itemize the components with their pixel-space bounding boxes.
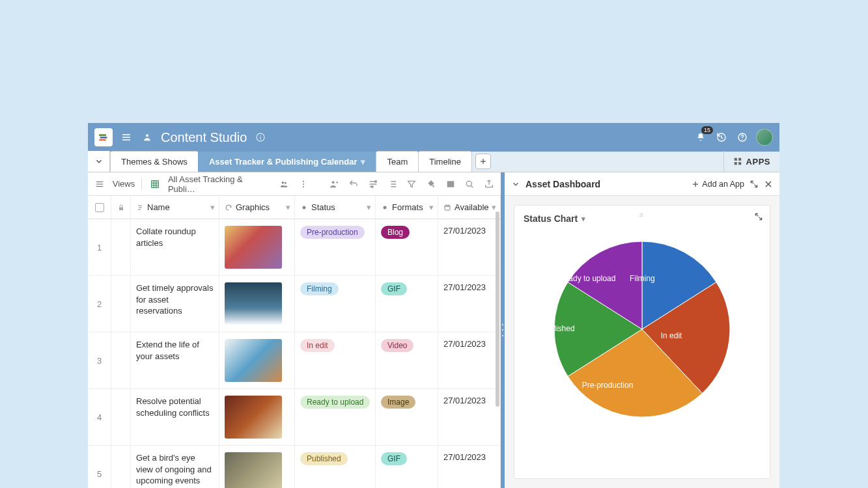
apps-button[interactable]: APPS — [723, 151, 779, 172]
undo-icon[interactable] — [347, 178, 360, 191]
svg-point-20 — [384, 206, 387, 209]
pie-slice-label: Pre-production — [578, 381, 637, 390]
tab-label: Team — [387, 157, 408, 167]
column-header-graphics[interactable]: Graphics ▾ — [219, 196, 295, 219]
card-view-icon[interactable] — [444, 178, 457, 191]
column-lock-icon[interactable] — [111, 196, 131, 219]
thumbnail-image[interactable] — [225, 282, 282, 325]
row-lock-cell — [111, 276, 131, 332]
pane-resize-handle[interactable] — [501, 322, 505, 339]
app-logo[interactable] — [94, 128, 113, 146]
row-date-cell[interactable]: 27/01/2023 — [438, 389, 501, 445]
row-lock-cell — [111, 332, 131, 388]
table-row[interactable]: 4 Resolve potential scheduling conflicts… — [88, 389, 501, 446]
table-row[interactable]: 5 Get a bird's eye view of ongoing and u… — [88, 446, 501, 488]
thumbnail-image[interactable] — [225, 226, 282, 269]
table-body: 1 Collate roundup articles Pre-productio… — [88, 219, 501, 488]
column-header-name[interactable]: Name ▾ — [131, 196, 219, 219]
row-status-cell[interactable]: In edit — [295, 332, 376, 388]
row-status-cell[interactable]: Ready to upload — [295, 389, 376, 445]
column-header-available[interactable]: Available ▾ — [438, 196, 501, 219]
row-name-cell[interactable]: Resolve potential scheduling conflicts — [131, 389, 219, 445]
expand-chart-icon[interactable] — [754, 212, 763, 221]
expand-icon[interactable] — [749, 180, 759, 189]
row-graphics-cell[interactable] — [219, 276, 295, 332]
scrollbar[interactable] — [496, 211, 499, 407]
drag-handle-icon[interactable]: ≡ — [639, 211, 645, 219]
views-menu-icon[interactable] — [93, 178, 106, 191]
fill-color-icon[interactable] — [425, 178, 438, 191]
row-graphics-cell[interactable] — [219, 332, 295, 388]
row-format-cell[interactable]: Image — [376, 389, 438, 445]
views-label[interactable]: Views — [113, 179, 135, 189]
workspace-icon[interactable] — [140, 130, 154, 144]
notifications-icon[interactable]: 15 — [693, 130, 708, 144]
table-row[interactable]: 1 Collate roundup articles Pre-productio… — [88, 219, 501, 276]
column-header-formats[interactable]: Formats ▾ — [376, 196, 438, 219]
thumbnail-image[interactable] — [225, 396, 282, 439]
row-date-cell[interactable]: 27/01/2023 — [438, 332, 501, 388]
add-app-button[interactable]: Add an App — [692, 180, 744, 189]
row-graphics-cell[interactable] — [219, 446, 295, 488]
collapse-dashboard-icon[interactable] — [511, 180, 520, 189]
row-date-cell[interactable]: 27/01/2023 — [438, 446, 501, 488]
select-all-checkbox[interactable] — [88, 196, 111, 219]
thumbnail-image[interactable] — [225, 339, 282, 382]
svg-rect-4 — [738, 158, 741, 161]
status-badge: In edit — [300, 339, 335, 352]
table-header: Name ▾ Graphics ▾ Status ▾ Formats ▾ — [88, 196, 501, 219]
row-number: 2 — [88, 276, 111, 332]
view-name[interactable]: All Asset Tracking & Publi… — [168, 174, 271, 194]
tab-themes-shows[interactable]: Themes & Shows — [110, 151, 199, 172]
status-badge: Pre-production — [300, 226, 365, 239]
column-header-status[interactable]: Status ▾ — [295, 196, 376, 219]
add-tab-button[interactable] — [475, 154, 491, 169]
filter-icon[interactable] — [405, 178, 418, 191]
export-icon[interactable] — [483, 178, 496, 191]
row-name-cell[interactable]: Extend the life of your assets — [131, 332, 219, 388]
row-status-cell[interactable]: Pre-production — [295, 219, 376, 275]
tab-asset-tracker[interactable]: Asset Tracker & Publishing Calendar ▾ — [198, 151, 377, 172]
row-graphics-cell[interactable] — [219, 389, 295, 445]
row-date-cell[interactable]: 27/01/2023 — [438, 219, 501, 275]
row-format-cell[interactable]: Video — [376, 332, 438, 388]
share-view-icon[interactable] — [277, 178, 290, 191]
avatar[interactable] — [756, 129, 773, 146]
pie-slice-label: Filming — [613, 274, 671, 283]
table-row[interactable]: 3 Extend the life of your assets In edit… — [88, 332, 501, 389]
grid-view-icon[interactable] — [148, 178, 161, 191]
table-pane: Views All Asset Tracking & Publi… — [88, 172, 505, 488]
row-date-cell[interactable]: 27/01/2023 — [438, 276, 501, 332]
row-name-cell[interactable]: Collate roundup articles — [131, 219, 219, 275]
tab-timeline[interactable]: Timeline — [418, 151, 472, 172]
row-status-cell[interactable]: Filming — [295, 276, 376, 332]
row-graphics-cell[interactable] — [219, 219, 295, 275]
row-status-cell[interactable]: Published — [295, 446, 376, 488]
help-icon[interactable] — [735, 130, 749, 144]
more-options-icon[interactable] — [297, 178, 310, 191]
row-name-cell[interactable]: Get a bird's eye view of ongoing and upc… — [131, 446, 219, 488]
close-icon[interactable] — [764, 180, 773, 189]
search-icon[interactable] — [464, 178, 477, 191]
notifications-count: 15 — [701, 126, 713, 134]
row-name-cell[interactable]: Get timely approvals for asset reservati… — [131, 276, 219, 332]
history-icon[interactable] — [714, 130, 729, 144]
settings-sliders-icon[interactable] — [367, 178, 380, 191]
list-icon[interactable] — [386, 178, 399, 191]
workspace-title[interactable]: Content Studio — [161, 130, 247, 145]
add-person-icon[interactable] — [328, 178, 341, 191]
tab-team[interactable]: Team — [376, 151, 419, 172]
chevron-down-icon: ▾ — [210, 202, 215, 212]
thumbnail-image[interactable] — [225, 452, 282, 488]
tabs-expand-icon[interactable] — [88, 151, 110, 172]
hamburger-icon[interactable] — [119, 130, 133, 144]
table-row[interactable]: 2 Get timely approvals for asset reserva… — [88, 276, 501, 332]
row-format-cell[interactable]: GIF — [376, 276, 438, 332]
chevron-down-icon: ▾ — [361, 157, 365, 167]
row-number: 5 — [88, 446, 111, 488]
row-format-cell[interactable]: GIF — [376, 446, 438, 488]
chevron-down-icon: ▾ — [367, 202, 371, 212]
row-format-cell[interactable]: Blog — [376, 219, 438, 275]
svg-point-15 — [371, 185, 373, 187]
info-icon[interactable] — [253, 130, 268, 144]
